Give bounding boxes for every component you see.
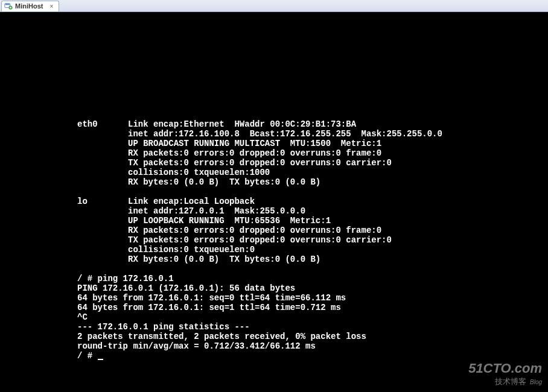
tab-bar: MiniHost × — [0, 0, 548, 12]
app-icon — [4, 2, 13, 10]
shell-prompt: / # — [77, 351, 98, 361]
close-icon[interactable]: × — [48, 2, 55, 10]
terminal-output: eth0 Link encap:Ethernet HWaddr 00:0C:29… — [77, 119, 442, 361]
tab-minihost[interactable]: MiniHost × — [1, 1, 59, 11]
watermark: 51CTO.com 技术博客 Blog — [468, 361, 542, 387]
svg-rect-1 — [5, 4, 10, 5]
cursor — [98, 359, 103, 360]
watermark-sub: 技术博客 — [495, 376, 526, 387]
tab-label: MiniHost — [15, 2, 43, 10]
terminal[interactable]: eth0 Link encap:Ethernet HWaddr 00:0C:29… — [0, 12, 548, 392]
watermark-main: 51CTO.com — [468, 361, 542, 376]
watermark-blog: Blog — [530, 379, 542, 385]
